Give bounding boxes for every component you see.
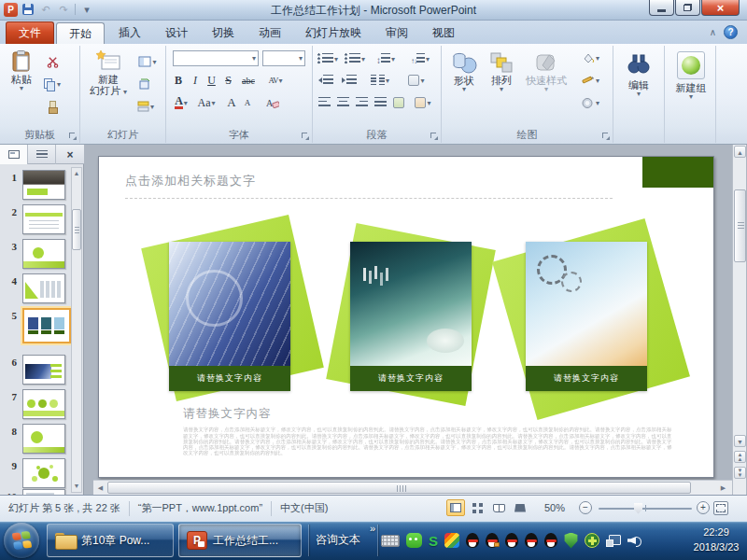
slide-thumbnail-8[interactable]: 8 [0,424,71,454]
horizontal-scrollbar-thumb[interactable] [107,482,691,494]
body-text-placeholder[interactable]: 请替换文字内容，点击添加相关标题文字，修改文字内容，也可以直接复制你的内容到此。… [183,427,672,475]
grow-font-button[interactable]: A [224,94,239,111]
justify-button[interactable] [372,94,388,111]
align-left-button[interactable] [316,94,332,111]
font-size-combobox[interactable] [262,50,305,66]
tab-slideshow[interactable]: 幻灯片放映 [293,22,374,44]
help-button[interactable] [724,25,738,39]
bold-button[interactable]: B [171,72,186,89]
tab-transitions[interactable]: 切换 [200,22,247,44]
numbering-button[interactable] [343,50,367,67]
distribute-button[interactable] [390,94,407,111]
slide-thumbnail-9[interactable]: 9 [0,458,71,488]
new-group-button[interactable]: 新建组 [672,51,710,100]
slide-sorter-view-button[interactable] [468,499,486,516]
horizontal-scrollbar[interactable] [93,480,732,495]
format-painter-button[interactable] [43,98,62,115]
new-slide-button[interactable]: 新建 幻灯片 [88,49,129,96]
copy-button[interactable] [39,76,65,92]
shape-effects-button[interactable] [574,94,606,111]
toolbar-overflow-chevron[interactable] [370,523,375,534]
security-shield-icon[interactable] [564,533,578,549]
slide-thumbnail-5-selected[interactable]: 5 [0,308,71,343]
quick-styles-button[interactable]: 快速样式 [522,51,571,92]
character-spacing-button[interactable]: AV [261,72,289,89]
vertical-scrollbar-thumb[interactable] [734,189,746,262]
network-icon[interactable] [606,535,621,547]
slide-thumbnail-2[interactable]: 2 [0,204,71,234]
panel-scrollbar-thumb[interactable] [72,209,81,250]
image-card-1[interactable]: 请替换文字内容 [169,242,290,391]
qq-with-bag-icon[interactable] [486,533,499,548]
slide-thumbnail-4[interactable]: 4 [0,273,71,303]
next-slide-button[interactable]: ▼▼ [734,467,746,479]
qq-icon[interactable] [466,533,479,548]
slide-thumbnail-7[interactable]: 7 [0,389,71,419]
reading-view-button[interactable] [489,499,508,516]
fit-slide-to-window-button[interactable] [713,501,728,515]
qq-icon[interactable] [525,533,538,548]
paste-button[interactable]: 粘贴 [6,49,37,91]
rainbow-browser-icon[interactable] [444,533,459,548]
caption-bar-1[interactable]: 请替换文字内容 [169,366,290,391]
caption-bar-2[interactable]: 请替换文字内容 [350,366,472,391]
panel-scroll-up-button[interactable] [72,168,81,179]
tab-review[interactable]: 审阅 [374,22,420,44]
tab-slides-thumbnails[interactable] [0,145,28,164]
increase-indent-button[interactable] [339,72,359,89]
previous-slide-button[interactable]: ▲▲ [734,451,746,463]
decrease-indent-button[interactable] [316,72,336,89]
tab-home[interactable]: 开始 [56,22,105,44]
align-text-button[interactable] [402,72,430,89]
language-indicator[interactable]: 中文(中国) [272,501,336,515]
input-method-keyboard-icon[interactable] [381,535,400,547]
paragraph-dialog-launcher[interactable] [430,132,438,140]
volume-icon[interactable] [627,534,641,547]
zoom-out-button[interactable] [579,501,592,514]
qq-icon[interactable] [544,533,557,548]
zoom-in-button[interactable] [697,501,710,514]
cut-button[interactable] [43,53,62,70]
wechat-icon[interactable] [406,533,422,548]
panel-scroll-down-button[interactable] [72,481,81,492]
tab-insert[interactable]: 插入 [106,22,153,44]
align-right-button[interactable] [353,94,370,111]
tab-outline[interactable] [28,145,56,164]
columns-button[interactable] [367,72,393,89]
editing-button[interactable]: 编辑 [621,53,656,97]
drawing-dialog-launcher[interactable] [601,132,610,140]
shape-outline-button[interactable] [574,72,606,89]
shrink-font-button[interactable]: A [241,94,254,111]
shape-fill-button[interactable] [574,49,606,66]
qq-icon[interactable] [505,533,518,548]
image-card-2[interactable]: 请替换文字内容 [350,242,472,391]
strikethrough-button[interactable]: abc [238,72,259,89]
font-dialog-launcher[interactable] [301,132,309,140]
start-button[interactable] [4,523,39,558]
close-panel-button[interactable] [56,145,84,164]
taskbar-clock[interactable]: 22:29 2018/3/23 [689,525,743,554]
align-center-button[interactable] [334,94,351,111]
underline-button[interactable]: U [204,72,218,89]
tab-file[interactable]: 文件 [6,21,54,44]
collapse-ribbon-button[interactable] [710,27,716,37]
vertical-scrollbar[interactable]: ▲▲ ▼▼ [732,145,746,495]
clipboard-dialog-launcher[interactable] [68,132,77,140]
s-app-icon[interactable]: S [429,533,438,549]
image-card-3[interactable]: 请替换文字内容 [526,242,647,391]
normal-view-button[interactable] [446,499,465,516]
font-name-combobox[interactable] [173,50,259,66]
slide-thumbnail-3[interactable]: 3 [0,239,71,269]
clear-formatting-button[interactable]: A [263,94,282,111]
body-heading-placeholder[interactable]: 请替换文字内容 [183,406,272,422]
taskbar-toolbar-label[interactable]: 咨询文本 [316,532,360,548]
convert-smartart-button[interactable] [410,94,436,111]
bullets-button[interactable] [316,50,340,67]
zoom-slider-track[interactable] [599,508,692,510]
slideshow-view-button[interactable] [511,499,529,516]
tab-view[interactable]: 视图 [420,22,467,44]
arrange-button[interactable]: 排列 [485,51,518,92]
health-coin-icon[interactable] [585,533,599,548]
scroll-down-button[interactable] [734,435,746,447]
slide-layout-button[interactable] [134,53,161,70]
